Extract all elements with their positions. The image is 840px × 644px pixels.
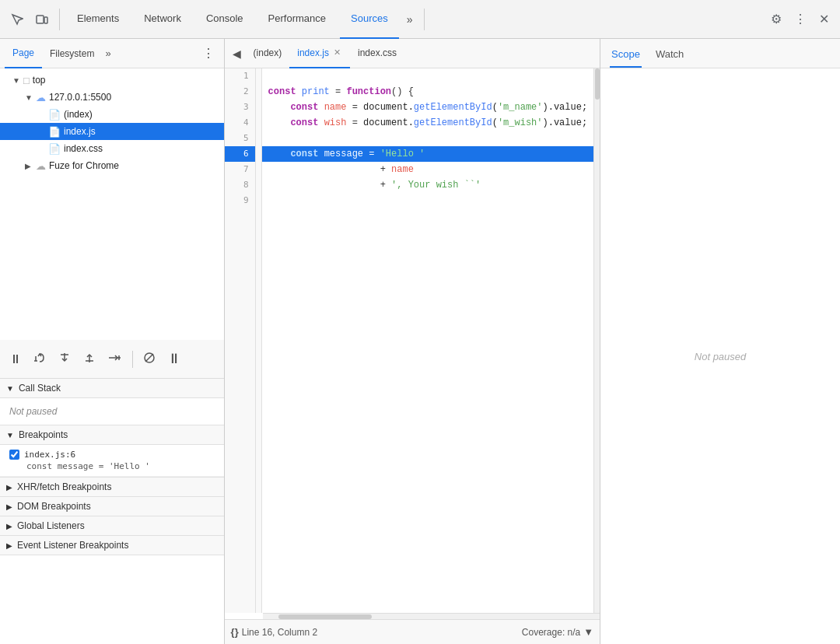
code-line-7: + name <box>262 162 594 177</box>
editor-tab-index[interactable]: (index) <box>246 39 290 68</box>
code-line-2: const print = function() { <box>262 84 594 100</box>
code-content[interactable]: const print = function() { const name = … <box>262 68 594 613</box>
settings-btn[interactable]: ⚙ <box>766 9 786 30</box>
svg-line-11 <box>145 354 153 362</box>
tab-elements[interactable]: Elements <box>66 0 130 39</box>
tree-item-indexcss[interactable]: 📄 index.css <box>0 140 224 157</box>
cursor-tool-btn[interactable] <box>6 10 28 29</box>
tab-network[interactable]: Network <box>133 0 192 39</box>
tab-watch[interactable]: Watch <box>654 48 685 68</box>
tab-page[interactable]: Page <box>5 39 42 68</box>
tab-scope[interactable]: Scope <box>610 48 642 68</box>
code-line-6: const message = 'Hello ' <box>262 146 594 162</box>
deactivate-icon <box>142 351 156 365</box>
code-line-8: + ', Your wish ``' <box>262 177 594 193</box>
scope-watch-tabs: Scope Watch <box>600 39 840 68</box>
more-options-btn[interactable]: ⋮ <box>789 9 811 30</box>
line-num-2: 2 <box>225 84 255 100</box>
tree-arrow-server: ▼ <box>25 93 36 102</box>
left-panel: Page Filesystem » ⋮ ▼ □ top ▼ ☁ 127.0.0.… <box>0 39 225 644</box>
step-icon <box>107 351 123 365</box>
status-right: Coverage: n/a ▼ <box>522 626 593 638</box>
device-toggle-btn[interactable] <box>31 10 53 29</box>
tree-item-server[interactable]: ▼ ☁ 127.0.0.1:5500 <box>0 89 224 106</box>
main-area: Page Filesystem » ⋮ ▼ □ top ▼ ☁ 127.0.0.… <box>0 39 840 644</box>
code-line-4: const wish = document.getElementById('m_… <box>262 115 594 131</box>
breakpoint-item: index.js:6 const message = 'Hello ' <box>0 445 224 477</box>
right-debug-panel: Scope Watch Not paused <box>600 39 840 644</box>
gutter <box>256 68 262 613</box>
scrollbar-thumb <box>595 68 600 100</box>
xhr-breakpoints-header[interactable]: ▶ XHR/fetch Breakpoints <box>0 478 224 497</box>
event-listener-breakpoints-header[interactable]: ▶ Event Listener Breakpoints <box>0 536 224 555</box>
tree-arrow-fuze: ▶ <box>25 162 36 170</box>
pause-icon: ⏸ <box>9 352 22 366</box>
line-num-7: 7 <box>225 162 255 177</box>
line-num-1: 1 <box>225 68 255 84</box>
tree-item-index[interactable]: 📄 (index) <box>0 106 224 123</box>
breakpoint-label: index.js:6 <box>9 450 215 460</box>
code-line-9 <box>262 193 594 208</box>
folder-icon-top: □ <box>23 75 30 86</box>
dom-breakpoints-header[interactable]: ▶ DOM Breakpoints <box>0 497 224 516</box>
step-into-btn[interactable] <box>54 348 75 371</box>
close-tab-indexjs[interactable]: ✕ <box>332 47 342 58</box>
line-num-6: 6 <box>225 146 255 162</box>
editor-tab-indexcss[interactable]: index.css <box>350 39 404 68</box>
line-numbers: 1 2 3 4 5 6 7 8 9 <box>225 68 256 613</box>
debug-separator <box>132 351 133 368</box>
tree-item-top[interactable]: ▼ □ top <box>0 72 224 89</box>
tab-sources[interactable]: Sources <box>340 0 399 39</box>
sources-sub-tabs: Page Filesystem » ⋮ <box>0 39 224 68</box>
breakpoint-code: const message = 'Hello ' <box>9 461 215 471</box>
close-devtools-btn[interactable]: ✕ <box>814 9 834 30</box>
breakpoints-header[interactable]: ▼ Breakpoints <box>0 425 224 445</box>
horizontal-scrollbar[interactable] <box>263 613 600 619</box>
step-out-btn[interactable] <box>79 348 100 371</box>
sources-menu-btn[interactable]: ⋮ <box>198 46 219 61</box>
more-sources-tabs[interactable]: » <box>102 47 114 59</box>
step-into-icon <box>58 351 72 365</box>
pretty-print-icon[interactable]: {} <box>231 626 239 638</box>
dom-arrow: ▶ <box>6 502 12 511</box>
tab-console[interactable]: Console <box>195 0 254 39</box>
file-icon-indexcss: 📄 <box>48 143 61 155</box>
editor-tabs: ◀ (index) index.js ✕ index.css <box>225 39 600 68</box>
line-num-8: 8 <box>225 177 255 193</box>
main-toolbar: Elements Network Console Performance Sou… <box>0 0 840 39</box>
tree-arrow-top: ▼ <box>12 76 23 85</box>
xhr-arrow: ▶ <box>6 483 12 492</box>
not-paused-text: Not paused <box>600 68 840 644</box>
editor-tab-indexjs[interactable]: index.js ✕ <box>289 39 350 68</box>
call-stack-header[interactable]: ▼ Call Stack <box>0 379 224 398</box>
pause-resume-btn[interactable]: ⏸ <box>6 349 25 369</box>
toolbar-separator <box>59 9 60 30</box>
tab-filesystem[interactable]: Filesystem <box>42 39 102 68</box>
tab-performance[interactable]: Performance <box>257 0 337 39</box>
global-listeners-header[interactable]: ▶ Global Listeners <box>0 516 224 536</box>
step-over-btn[interactable] <box>30 348 50 371</box>
code-editor-panel: ◀ (index) index.js ✕ index.css 1 2 3 4 <box>225 39 600 644</box>
call-stack-arrow: ▼ <box>6 384 14 393</box>
more-tabs-btn[interactable]: » <box>402 13 418 26</box>
vertical-scrollbar[interactable] <box>593 68 600 613</box>
navigate-back-btn[interactable]: ◀ <box>228 47 246 60</box>
bottom-left-panel: ▼ Call Stack Not paused ▼ Breakpoints in… <box>0 379 224 644</box>
svg-rect-0 <box>37 16 44 23</box>
line-num-9: 9 <box>225 193 255 208</box>
status-bar: {} Line 16, Column 2 Coverage: n/a ▼ <box>225 619 600 644</box>
call-stack-content: Not paused <box>0 398 224 425</box>
step-over-icon <box>33 351 47 365</box>
line-col-status: Line 16, Column 2 <box>242 627 317 638</box>
tree-item-indexjs[interactable]: 📄 index.js <box>0 123 224 140</box>
line-num-5: 5 <box>225 131 255 146</box>
step-btn[interactable] <box>104 348 126 371</box>
breakpoints-arrow: ▼ <box>6 431 14 439</box>
breakpoint-checkbox[interactable] <box>9 450 19 460</box>
tree-item-fuze[interactable]: ▶ ☁ Fuze for Chrome <box>0 157 224 174</box>
coverage-btn[interactable]: ▼ <box>583 626 593 638</box>
file-icon-index: 📄 <box>48 109 61 121</box>
breakpoints-content: index.js:6 const message = 'Hello ' <box>0 445 224 478</box>
deactivate-breakpoints-btn[interactable] <box>139 348 159 371</box>
pause-on-exception-btn[interactable]: ⏸ <box>164 348 184 370</box>
